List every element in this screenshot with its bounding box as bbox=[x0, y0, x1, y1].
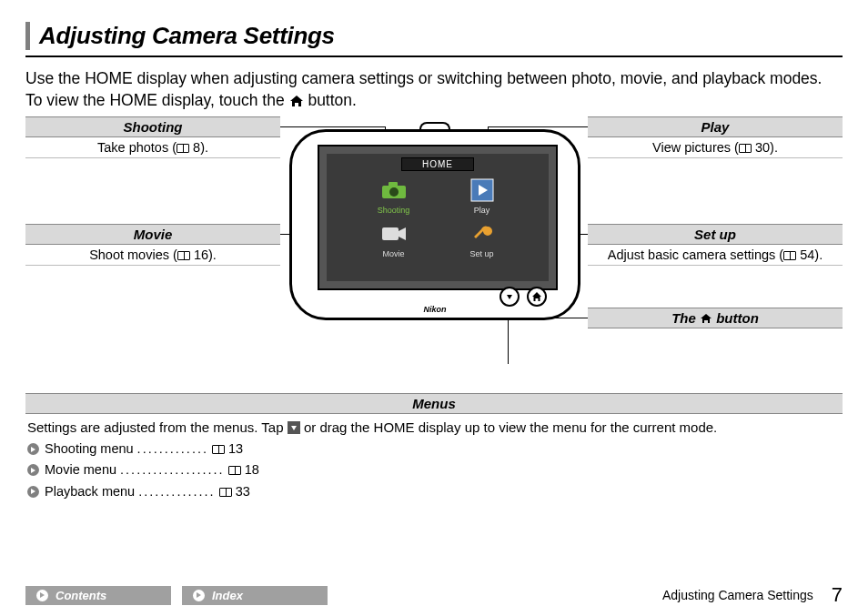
menu-list: Shooting menu ............. 13 Movie men… bbox=[27, 439, 841, 502]
arrow-bullet-icon bbox=[27, 443, 39, 455]
label-home-button: The button bbox=[588, 308, 843, 328]
home-setup-label: Set up bbox=[451, 249, 512, 258]
home-shooting-label: Shooting bbox=[363, 206, 424, 215]
footer-right: Adjusting Camera Settings 7 bbox=[662, 583, 843, 607]
down-arrow-icon bbox=[288, 421, 300, 434]
page-title-wrap: Adjusting Camera Settings bbox=[25, 22, 843, 50]
play-icon bbox=[467, 177, 498, 204]
label-play: Play View pictures ( 30). bbox=[588, 116, 843, 158]
intro-text-after: button. bbox=[308, 91, 357, 109]
page-footer: Contents Index Adjusting Camera Settings… bbox=[25, 583, 843, 607]
label-play-head: Play bbox=[588, 116, 843, 137]
arrow-bullet-icon bbox=[193, 590, 205, 601]
label-homebtn-head: The button bbox=[588, 308, 843, 328]
home-grid: Shooting Play Movie Set up bbox=[327, 173, 549, 258]
home-play-cell: Play bbox=[451, 177, 512, 215]
connector-line bbox=[488, 126, 588, 127]
label-setup-body: Adjust basic camera settings ( 54). bbox=[588, 245, 843, 266]
arrow-bullet-icon bbox=[36, 590, 48, 601]
diagram-area: Shooting Take photos ( 8). Play View pic… bbox=[25, 116, 843, 389]
page-number: 7 bbox=[832, 583, 843, 607]
movie-icon bbox=[378, 220, 409, 247]
menu-down-button bbox=[500, 287, 520, 307]
camera-screen: HOME Shooting Play Movie bbox=[327, 154, 549, 281]
camera-body: HOME Shooting Play Movie bbox=[289, 129, 580, 320]
home-bar: HOME bbox=[401, 157, 474, 171]
label-setup: Set up Adjust basic camera settings ( 54… bbox=[588, 224, 843, 266]
connector-line bbox=[280, 126, 385, 127]
label-movie-head: Movie bbox=[25, 224, 280, 245]
menus-section: Menus Settings are adjusted from the men… bbox=[25, 393, 843, 508]
home-movie-cell: Movie bbox=[363, 220, 424, 258]
label-shooting: Shooting Take photos ( 8). bbox=[25, 116, 280, 158]
menu-item-movie: Movie menu ................... 18 bbox=[27, 459, 841, 480]
camera-icon bbox=[378, 177, 409, 204]
label-movie: Movie Shoot movies ( 16). bbox=[25, 224, 280, 266]
wrench-icon bbox=[467, 220, 498, 247]
svg-rect-1 bbox=[389, 182, 398, 187]
book-icon bbox=[739, 144, 752, 153]
home-setup-cell: Set up bbox=[451, 220, 512, 258]
camera-screen-frame: HOME Shooting Play Movie bbox=[318, 145, 558, 290]
label-movie-body: Shoot movies ( 16). bbox=[25, 245, 280, 266]
page-title: Adjusting Camera Settings bbox=[39, 22, 843, 50]
menu-item-shooting: Shooting menu ............. 13 bbox=[27, 439, 841, 459]
footer-contents-button[interactable]: Contents bbox=[25, 586, 171, 605]
intro-paragraph: Use the HOME display when adjusting came… bbox=[25, 68, 843, 111]
menu-item-playback: Playback menu .............. 33 bbox=[27, 481, 841, 502]
label-shooting-head: Shooting bbox=[25, 116, 280, 137]
intro-text-before: Use the HOME display when adjusting came… bbox=[25, 69, 822, 109]
arrow-bullet-icon bbox=[27, 464, 39, 476]
title-rule bbox=[25, 56, 843, 57]
home-icon bbox=[289, 95, 304, 107]
book-icon bbox=[177, 144, 189, 153]
label-shooting-body: Take photos ( 8). bbox=[25, 137, 280, 158]
book-icon bbox=[212, 445, 225, 454]
footer-index-button[interactable]: Index bbox=[182, 586, 328, 605]
book-icon bbox=[219, 488, 232, 497]
menus-body: Settings are adjusted from the menus. Ta… bbox=[25, 414, 843, 508]
label-play-body: View pictures ( 30). bbox=[588, 137, 843, 158]
home-movie-label: Movie bbox=[363, 249, 424, 258]
book-icon bbox=[783, 251, 796, 260]
footer-section-name: Adjusting Camera Settings bbox=[662, 588, 813, 602]
camera-illustration: HOME Shooting Play Movie bbox=[289, 129, 580, 329]
home-button bbox=[527, 287, 547, 307]
menus-head: Menus bbox=[25, 393, 843, 414]
svg-point-2 bbox=[389, 187, 399, 197]
book-icon bbox=[228, 466, 241, 475]
book-icon bbox=[177, 251, 190, 260]
home-shooting-cell: Shooting bbox=[363, 177, 424, 215]
home-play-label: Play bbox=[451, 206, 512, 215]
arrow-bullet-icon bbox=[27, 486, 39, 498]
svg-rect-4 bbox=[382, 227, 399, 240]
label-setup-head: Set up bbox=[588, 224, 843, 245]
